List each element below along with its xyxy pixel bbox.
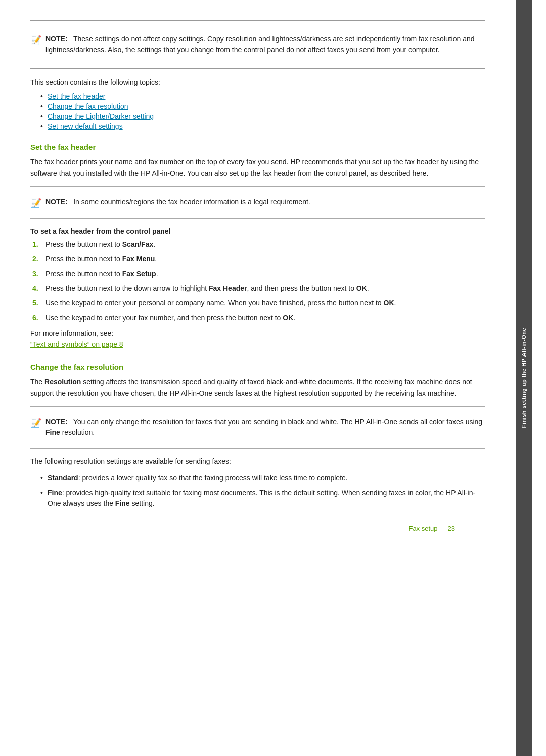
topic-link-2[interactable]: Change the fax resolution — [48, 102, 128, 110]
top-rule — [30, 20, 485, 21]
footer: Fax setup 23 — [30, 515, 485, 543]
fax-header-steps: 1. Press the button next to Scan/Fax. 2.… — [30, 239, 485, 323]
step-1-num: 1. — [32, 239, 41, 250]
fax-header-note-box: 📝 NOTE: In some countries/regions the fa… — [30, 186, 485, 219]
topic-item-4[interactable]: Set new default settings — [40, 122, 485, 130]
step-4-num: 4. — [32, 283, 41, 294]
step-5-text: Use the keypad to enter your personal or… — [46, 298, 396, 308]
step-4: 4. Press the button next to the down arr… — [30, 283, 485, 294]
note-icon: 📝 — [30, 34, 41, 46]
top-note-bottom-rule — [30, 68, 485, 69]
step-3: 3. Press the button next to Fax Setup. — [30, 269, 485, 279]
change-fax-resolution-heading: Change the fax resolution — [30, 363, 485, 371]
step-2-num: 2. — [32, 254, 41, 264]
fax-header-note-icon: 📝 — [30, 197, 41, 208]
step-5: 5. Use the keypad to enter your personal… — [30, 298, 485, 308]
top-note-label: NOTE: — [46, 35, 68, 43]
body1-rest: setting affects the transmission speed a… — [30, 378, 472, 397]
topic-link-1[interactable]: Set the fax header — [48, 92, 105, 100]
side-tab-label: Finish setting up the HP All-in-One — [521, 328, 527, 428]
step-2-text: Press the button next to Fax Menu. — [46, 254, 157, 264]
top-note-text: NOTE: These settings do not affect copy … — [46, 34, 485, 55]
step-6: 6. Use the keypad to enter your fax numb… — [30, 313, 485, 323]
resolution-note-inner: 📝 NOTE: You can only change the resoluti… — [30, 412, 485, 443]
top-note-box: 📝 NOTE: These settings do not affect cop… — [30, 29, 485, 60]
resolution-note-content: You can only change the resolution for f… — [46, 418, 482, 436]
text-symbols-link[interactable]: “Text and symbols” on page 8 — [30, 340, 123, 348]
step-5-num: 5. — [32, 298, 41, 308]
change-fax-resolution-body2: The following resolution settings are av… — [30, 456, 485, 467]
topic-link-3[interactable]: Change the Lighter/Darker setting — [48, 112, 154, 120]
resolution-note-label: NOTE: — [46, 418, 68, 426]
step-2: 2. Press the button next to Fax Menu. — [30, 254, 485, 264]
fine-bold: Fine — [48, 488, 62, 497]
for-more-text: For more information, see: — [30, 329, 485, 337]
topic-item-1[interactable]: Set the fax header — [40, 92, 485, 100]
bullet-standard: Standard: provides a lower quality fax s… — [40, 473, 485, 483]
top-note-content: These settings do not affect copy settin… — [46, 35, 475, 54]
fax-header-note-text: NOTE: In some countries/regions the fax … — [46, 197, 310, 207]
fax-header-note-label: NOTE: — [46, 198, 68, 206]
step-6-text: Use the keypad to enter your fax number,… — [46, 313, 295, 323]
body1-start: The — [30, 378, 44, 386]
resolution-note-box: 📝 NOTE: You can only change the resoluti… — [30, 406, 485, 449]
step-1: 1. Press the button next to Scan/Fax. — [30, 239, 485, 250]
intro-text: This section contains the following topi… — [30, 77, 485, 88]
side-tab: Finish setting up the HP All-in-One — [516, 0, 532, 756]
resolution-bold: Resolution — [44, 378, 81, 386]
set-fax-header-heading: Set the fax header — [30, 143, 485, 151]
topics-list: Set the fax header Change the fax resolu… — [40, 92, 485, 130]
resolution-note-icon: 📝 — [30, 417, 41, 428]
step-4-text: Press the button next to the down arrow … — [46, 283, 369, 294]
fax-header-note-inner: 📝 NOTE: In some countries/regions the fa… — [30, 192, 485, 213]
topic-link-4[interactable]: Set new default settings — [48, 122, 123, 130]
topic-item-2[interactable]: Change the fax resolution — [40, 102, 485, 110]
fax-header-note-content: In some countries/regions the fax header… — [73, 198, 310, 206]
step-3-num: 3. — [32, 269, 41, 279]
change-fax-resolution-body1: The Resolution setting affects the trans… — [30, 376, 485, 399]
footer-section-label: Fax setup — [408, 525, 437, 532]
topic-item-3[interactable]: Change the Lighter/Darker setting — [40, 112, 485, 120]
set-fax-header-body: The fax header prints your name and fax … — [30, 156, 485, 179]
standard-bold: Standard — [48, 474, 78, 482]
set-fax-header-subsection: To set a fax header from the control pan… — [30, 227, 485, 235]
step-6-num: 6. — [32, 313, 41, 323]
step-3-text: Press the button next to Fax Setup. — [46, 269, 158, 279]
resolution-bullets: Standard: provides a lower quality fax s… — [40, 473, 485, 509]
bullet-fine: Fine: provides high-quality text suitabl… — [40, 487, 485, 509]
step-1-text: Press the button next to Scan/Fax. — [46, 239, 155, 250]
footer-page-number: 23 — [448, 525, 455, 532]
resolution-note-text: NOTE: You can only change the resolution… — [46, 417, 485, 438]
